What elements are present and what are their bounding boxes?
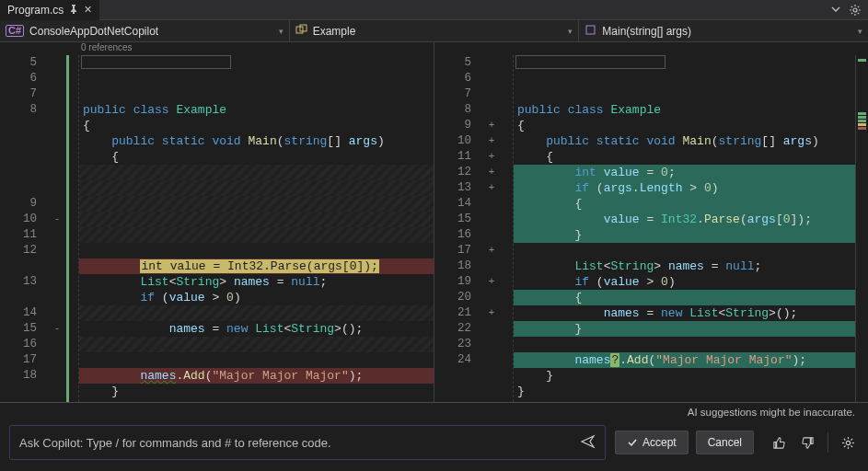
code-line[interactable] <box>79 352 434 368</box>
copilot-placeholder: Ask Copilot: Type / for commands and # t… <box>19 436 331 450</box>
copilot-input[interactable]: Ask Copilot: Type / for commands and # t… <box>9 425 606 460</box>
code-line[interactable]: int value = Int32.Parse(args[0]); <box>79 258 434 274</box>
references-label[interactable]: 0 references <box>0 42 434 55</box>
overview-ruler[interactable] <box>855 55 868 402</box>
svg-point-12 <box>846 441 850 444</box>
code-line[interactable]: { <box>514 196 855 212</box>
code-line[interactable]: { <box>79 149 434 165</box>
code-line[interactable] <box>79 165 434 180</box>
svg-line-18 <box>851 445 853 447</box>
code-line[interactable] <box>514 243 855 258</box>
code-line[interactable]: int value = 0; <box>514 165 855 180</box>
code-line[interactable]: } <box>514 321 855 337</box>
accept-label: Accept <box>642 436 677 449</box>
svg-line-6 <box>858 12 859 13</box>
editor-right: 56789101112131415161718192021222324 ++++… <box>434 42 868 402</box>
code-line[interactable]: } <box>514 227 855 243</box>
svg-line-19 <box>844 445 846 447</box>
code-line[interactable]: names.Add("Major Major Major"); <box>79 368 434 384</box>
class-icon <box>295 24 307 39</box>
code-area-left[interactable]: 56789101112131415161718 -- public class … <box>0 55 434 402</box>
tab-program[interactable]: Program.cs ✕ <box>0 0 99 20</box>
copilot-actions: Accept Cancel <box>615 425 859 460</box>
code-line[interactable]: } <box>514 368 855 384</box>
code-line[interactable] <box>514 337 855 352</box>
nav-class-label: Example <box>313 25 356 38</box>
code-line[interactable]: } <box>514 384 855 399</box>
nav-project[interactable]: C# ConsoleAppDotNetCopilot ▾ <box>0 20 290 41</box>
pin-icon[interactable] <box>69 4 78 17</box>
code-line[interactable]: public class Example <box>514 102 855 118</box>
code-line[interactable]: names = new List<String>(); <box>514 305 855 321</box>
cancel-button[interactable]: Cancel <box>696 431 754 454</box>
code-line[interactable] <box>514 399 855 402</box>
thumbs-down-icon[interactable] <box>797 432 818 454</box>
editor-left: 0 references 56789101112131415161718 -- … <box>0 42 434 402</box>
code-line[interactable]: names = new List<String>(); <box>79 321 434 337</box>
close-icon[interactable]: ✕ <box>84 4 92 16</box>
send-icon[interactable] <box>581 434 596 452</box>
code-line[interactable]: } <box>79 399 434 402</box>
chevron-down-icon: ▾ <box>568 27 573 36</box>
svg-line-17 <box>844 438 846 440</box>
code-line[interactable]: public class Example <box>79 102 434 118</box>
code-area-right[interactable]: 56789101112131415161718192021222324 ++++… <box>434 55 868 402</box>
svg-line-8 <box>858 6 859 6</box>
gear-icon[interactable] <box>850 5 861 16</box>
chevron-down-icon: ▾ <box>858 27 862 36</box>
code-line[interactable]: { <box>514 290 855 305</box>
code-line[interactable]: { <box>79 118 434 133</box>
code-line[interactable]: List<String> names = null; <box>79 274 434 290</box>
code-line[interactable]: { <box>514 149 855 165</box>
nav-method[interactable]: Main(string[] args) ▾ <box>579 20 868 41</box>
code-line[interactable]: } <box>79 384 434 399</box>
code-line[interactable] <box>79 196 434 212</box>
code-line[interactable]: names?.Add("Major Major Major"); <box>514 352 855 368</box>
copilot-warning: AI suggestions might be inaccurate. <box>0 403 868 418</box>
svg-line-5 <box>851 6 852 6</box>
copilot-panel: AI suggestions might be inaccurate. Ask … <box>0 402 868 471</box>
code-line[interactable]: List<String> names = null; <box>514 258 855 274</box>
code-line[interactable]: value = Int32.Parse(args[0]); <box>514 212 855 227</box>
csharp-icon: C# <box>6 25 24 37</box>
chevron-down-icon: ▾ <box>279 27 284 36</box>
code-line[interactable]: public static void Main(string[] args) <box>79 133 434 149</box>
nav-project-label: ConsoleAppDotNetCopilot <box>29 25 158 38</box>
svg-rect-11 <box>586 26 595 34</box>
nav-class[interactable]: Example ▾ <box>290 20 580 41</box>
svg-line-7 <box>851 12 852 13</box>
code-line[interactable] <box>79 180 434 196</box>
settings-icon[interactable] <box>838 432 859 454</box>
code-line[interactable] <box>79 305 434 321</box>
svg-line-20 <box>851 438 853 440</box>
code-line[interactable]: public static void Main(string[] args) <box>514 133 855 149</box>
cancel-label: Cancel <box>708 436 742 449</box>
code-line[interactable] <box>79 337 434 352</box>
code-line[interactable] <box>79 212 434 227</box>
nav-method-label: Main(string[] args) <box>602 25 691 38</box>
code-line[interactable] <box>79 227 434 243</box>
code-line[interactable]: if (value > 0) <box>79 290 434 305</box>
code-line[interactable] <box>79 243 434 258</box>
code-line[interactable]: if (args.Length > 0) <box>514 180 855 196</box>
editors: 0 references 56789101112131415161718 -- … <box>0 42 868 402</box>
method-icon <box>584 24 596 39</box>
tab-bar: Program.cs ✕ <box>0 0 868 20</box>
accept-button[interactable]: Accept <box>615 431 689 454</box>
tab-title: Program.cs <box>7 4 64 17</box>
nav-bar: C# ConsoleAppDotNetCopilot ▾ Example ▾ M… <box>0 20 868 42</box>
thumbs-up-icon[interactable] <box>769 432 790 454</box>
svg-point-0 <box>853 8 857 12</box>
dropdown-icon[interactable] <box>831 5 840 16</box>
code-line[interactable]: if (value > 0) <box>514 274 855 290</box>
code-line[interactable]: { <box>514 118 855 133</box>
